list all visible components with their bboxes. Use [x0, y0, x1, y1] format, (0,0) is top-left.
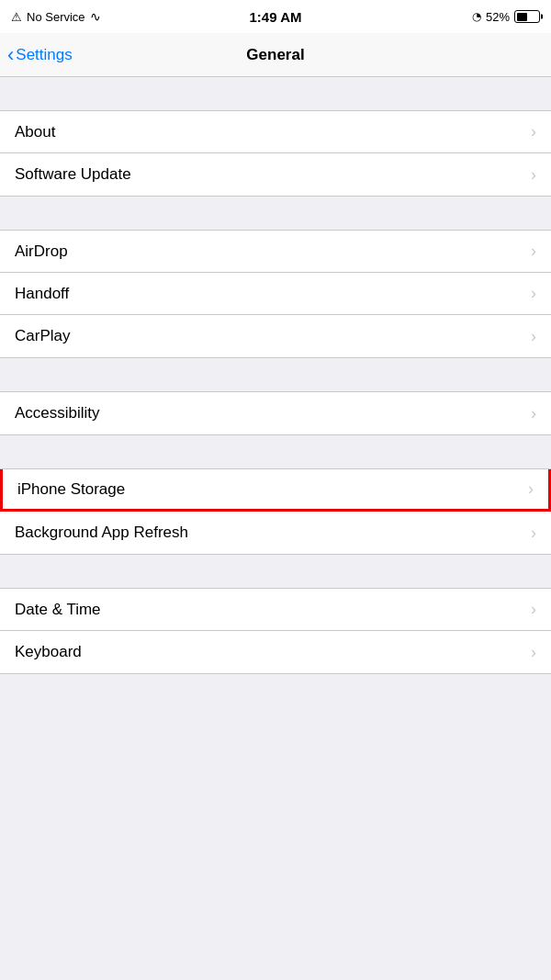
section-gap-3	[0, 358, 551, 391]
status-time: 1:49 AM	[250, 9, 302, 25]
section-group-1: About › Software Update ›	[0, 110, 551, 197]
nav-bar: ‹ Settings General	[0, 33, 551, 77]
menu-item-background-app-refresh[interactable]: Background App Refresh ›	[0, 512, 551, 554]
section-group-4: iPhone Storage › Background App Refresh …	[0, 468, 551, 555]
menu-item-handoff[interactable]: Handoff ›	[0, 273, 551, 315]
warning-icon: ⚠	[11, 10, 22, 24]
menu-item-about[interactable]: About ›	[0, 111, 551, 153]
section-gap-bottom	[0, 674, 551, 707]
back-label: Settings	[16, 46, 72, 64]
chevron-icon-date-time: ›	[531, 600, 536, 619]
menu-item-date-time[interactable]: Date & Time ›	[0, 589, 551, 631]
chevron-icon-iphone-storage: ›	[528, 479, 534, 499]
chevron-icon-software-update: ›	[531, 165, 536, 185]
status-bar: ⚠ No Service ∿ 1:49 AM ◔ 52%	[0, 0, 551, 33]
battery-fill	[517, 13, 528, 21]
menu-item-keyboard[interactable]: Keyboard ›	[0, 631, 551, 673]
chevron-icon-keyboard: ›	[531, 643, 536, 662]
chevron-icon-about: ›	[531, 122, 536, 141]
back-button[interactable]: ‹ Settings	[7, 45, 73, 65]
section-group-3: Accessibility ›	[0, 391, 551, 435]
menu-item-software-update[interactable]: Software Update ›	[0, 153, 551, 196]
status-right: ◔ 52%	[472, 10, 540, 24]
section-group-5: Date & Time › Keyboard ›	[0, 588, 551, 674]
nav-title: General	[246, 46, 304, 64]
no-service-text: No Service	[27, 10, 85, 24]
menu-item-label-iphone-storage: iPhone Storage	[17, 480, 125, 499]
menu-item-label-handoff: Handoff	[15, 285, 69, 303]
menu-item-label-keyboard: Keyboard	[15, 643, 82, 661]
chevron-icon-background-app-refresh: ›	[531, 524, 536, 543]
menu-item-iphone-storage[interactable]: iPhone Storage ›	[0, 469, 551, 512]
menu-item-accessibility[interactable]: Accessibility ›	[0, 392, 551, 434]
menu-item-carplay[interactable]: CarPlay ›	[0, 315, 551, 357]
battery-percent: 52%	[486, 10, 510, 24]
menu-item-label-airdrop: AirDrop	[15, 242, 68, 261]
section-gap-4	[0, 435, 551, 468]
chevron-icon-airdrop: ›	[531, 242, 536, 261]
lock-icon: ◔	[472, 10, 481, 23]
section-group-2: AirDrop › Handoff › CarPlay ›	[0, 230, 551, 358]
menu-item-label-software-update: Software Update	[15, 165, 131, 184]
status-left: ⚠ No Service ∿	[11, 9, 101, 24]
menu-item-label-about: About	[15, 123, 55, 141]
back-chevron-icon: ‹	[7, 45, 14, 65]
menu-item-label-date-time: Date & Time	[15, 601, 101, 619]
menu-item-label-carplay: CarPlay	[15, 327, 70, 345]
battery-icon	[514, 10, 540, 23]
section-gap-5	[0, 555, 551, 588]
chevron-icon-handoff: ›	[531, 284, 536, 303]
wifi-icon: ∿	[90, 9, 101, 24]
section-gap-top	[0, 77, 551, 110]
chevron-icon-accessibility: ›	[531, 404, 536, 423]
menu-item-airdrop[interactable]: AirDrop ›	[0, 231, 551, 273]
menu-item-label-accessibility: Accessibility	[15, 404, 100, 422]
chevron-icon-carplay: ›	[531, 327, 536, 346]
section-gap-2	[0, 197, 551, 230]
menu-item-label-background-app-refresh: Background App Refresh	[15, 524, 188, 542]
